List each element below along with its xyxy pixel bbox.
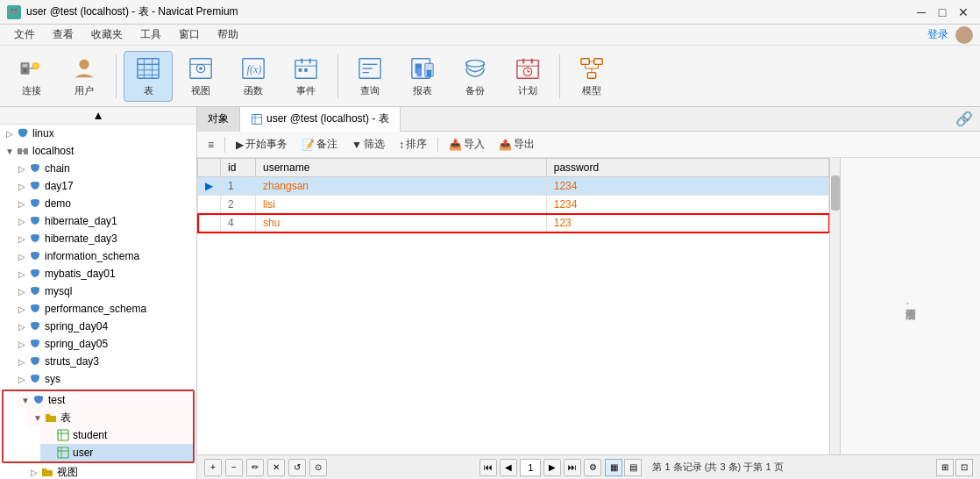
- row-marker-1: ▶: [198, 177, 221, 196]
- toolbar-connect[interactable]: ⚡ 连接: [7, 51, 56, 102]
- action-filter[interactable]: ▼ 筛选: [346, 135, 390, 154]
- svg-rect-80: [252, 114, 262, 124]
- mybatis-day01-db-icon: [28, 267, 42, 281]
- menu-favorites[interactable]: 收藏夹: [84, 25, 130, 44]
- action-comment[interactable]: 📝 备注: [296, 135, 343, 154]
- day17-db-icon: [28, 179, 42, 193]
- action-sep-2: [437, 137, 438, 153]
- user-avatar[interactable]: [955, 26, 973, 44]
- scrollbar-thumb[interactable]: [831, 175, 840, 211]
- page-number-input[interactable]: [520, 459, 541, 476]
- sidebar-item-hibernate-day1[interactable]: ▷ hibernate_day1: [12, 212, 196, 230]
- action-menu-button[interactable]: ≡: [202, 137, 219, 153]
- sidebar-item-localhost[interactable]: ▼ localhost: [0, 142, 196, 160]
- cell-username-3[interactable]: shu: [256, 214, 547, 232]
- toolbar-user[interactable]: 用户: [60, 51, 109, 102]
- col-header-password[interactable]: password: [546, 159, 828, 177]
- sidebar-item-sys[interactable]: ▷ sys: [12, 370, 196, 388]
- menu-help[interactable]: 帮助: [210, 25, 245, 44]
- cell-password-1[interactable]: 1234: [546, 177, 828, 196]
- action-import[interactable]: 📥 导入: [444, 135, 490, 154]
- minimize-button[interactable]: ─: [912, 4, 931, 20]
- delete-row-button[interactable]: −: [225, 459, 243, 476]
- refresh-button[interactable]: ↺: [288, 459, 306, 476]
- maximize-button[interactable]: □: [933, 4, 952, 20]
- sidebar-item-student[interactable]: ▷ student: [40, 426, 193, 444]
- action-sort[interactable]: ↕ 排序: [394, 135, 432, 154]
- grid-view-button[interactable]: ▦: [605, 459, 622, 476]
- menu-window[interactable]: 窗口: [172, 25, 207, 44]
- list-view-button[interactable]: ▤: [624, 459, 642, 476]
- toolbar-model[interactable]: 模型: [567, 51, 616, 102]
- table-row[interactable]: 2 lisi 1234: [198, 196, 829, 214]
- sidebar-item-struts-day3[interactable]: ▷ struts_day3: [12, 353, 196, 370]
- nav-first[interactable]: ⏮: [479, 459, 497, 476]
- add-row-button[interactable]: +: [204, 459, 222, 476]
- menu-view[interactable]: 查看: [46, 25, 81, 44]
- nav-prev[interactable]: ◀: [500, 459, 517, 476]
- cell-id-2[interactable]: 2: [221, 196, 256, 214]
- cell-username-1[interactable]: zhangsan: [256, 177, 547, 196]
- cell-password-3[interactable]: 123: [546, 214, 828, 232]
- cancel-edit-button[interactable]: ✕: [267, 459, 285, 476]
- table-row[interactable]: ▶ 1 zhangsan 1234: [198, 177, 829, 196]
- sidebar-item-linux[interactable]: ▷ linux: [0, 125, 196, 142]
- toolbar-function[interactable]: f(x) 函数: [229, 51, 278, 102]
- sidebar-item-chain[interactable]: ▷ chain: [12, 160, 196, 177]
- menu-file[interactable]: 文件: [7, 25, 42, 44]
- tab-objects[interactable]: 对象: [197, 107, 240, 132]
- cell-id-1[interactable]: 1: [221, 177, 256, 196]
- nav-settings[interactable]: ⚙: [584, 459, 601, 476]
- sidebar-item-mysql[interactable]: ▷ mysql: [12, 282, 196, 300]
- sidebar-item-mybatis-day01[interactable]: ▷ mybatis_day01: [12, 265, 196, 282]
- row-marker-3: [198, 214, 221, 232]
- sidebar-item-demo[interactable]: ▷ demo: [12, 195, 196, 212]
- svg-rect-48: [581, 59, 589, 65]
- menu-tools[interactable]: 工具: [133, 25, 168, 44]
- action-begin-transaction[interactable]: ▶ 开始事务: [231, 135, 293, 154]
- sidebar-item-information-schema[interactable]: ▷ information_schema: [12, 247, 196, 265]
- connect-icon: ⚡: [18, 54, 46, 82]
- tab-share-button[interactable]: 🔗: [952, 111, 976, 127]
- toolbar-schedule[interactable]: 计划: [503, 51, 552, 102]
- cell-username-2[interactable]: lisi: [256, 196, 547, 214]
- tab-table-view[interactable]: user @test (localhost) - 表: [240, 107, 401, 132]
- hibernate-day3-label: hibernate_day3: [45, 232, 117, 245]
- col-header-id[interactable]: id: [221, 159, 256, 177]
- vertical-scrollbar[interactable]: [829, 158, 840, 454]
- sidebar-item-performance-schema[interactable]: ▷ performance_schema: [12, 300, 196, 318]
- sidebar-item-user[interactable]: ▷ user: [40, 444, 193, 461]
- sidebar-item-hibernate-day3[interactable]: ▷ hibernate_day3: [12, 230, 196, 247]
- toolbar-query-label: 查询: [360, 84, 380, 97]
- sidebar-item-spring-day05[interactable]: ▷ spring_day05: [12, 335, 196, 353]
- edit-row-button[interactable]: ✏: [246, 459, 264, 476]
- sidebar-item-test[interactable]: ▼ test: [16, 391, 193, 409]
- table-row[interactable]: 4 shu 123: [198, 214, 829, 232]
- sidebar-item-spring-day04[interactable]: ▷ spring_day04: [12, 318, 196, 335]
- toolbar-view[interactable]: 视图: [176, 51, 225, 102]
- sidebar-item-views-folder[interactable]: ▷ 视图: [25, 463, 196, 479]
- login-button[interactable]: 登录: [927, 27, 948, 42]
- query-icon: [356, 54, 384, 82]
- cell-id-3[interactable]: 4: [221, 214, 256, 232]
- toolbar-backup[interactable]: 备份: [451, 51, 500, 102]
- cell-password-2[interactable]: 1234: [546, 196, 828, 214]
- col-header-username[interactable]: username: [256, 159, 547, 177]
- toolbar-event[interactable]: 事件: [281, 51, 330, 102]
- sidebar-scroll-up[interactable]: ▲: [0, 107, 196, 125]
- close-button[interactable]: ✕: [954, 4, 973, 20]
- sidebar-item-tables-folder[interactable]: ▼ 表: [28, 409, 193, 426]
- resize-button-1[interactable]: ⊞: [936, 459, 954, 476]
- settings-button[interactable]: ⊙: [309, 459, 327, 476]
- action-export[interactable]: 📤 导出: [494, 135, 540, 154]
- mysql-label: mysql: [45, 285, 72, 297]
- nav-next[interactable]: ▶: [543, 459, 561, 476]
- sys-db-icon: [28, 372, 42, 386]
- toolbar-query[interactable]: 查询: [345, 51, 394, 102]
- nav-last[interactable]: ⏭: [564, 459, 581, 476]
- resize-button-2[interactable]: ⊡: [955, 459, 973, 476]
- toolbar-table[interactable]: 表: [124, 51, 173, 102]
- toolbar-report[interactable]: 报表: [398, 51, 447, 102]
- sidebar-item-day17[interactable]: ▷ day17: [12, 177, 196, 195]
- tabs-bar: 对象 user @test (localhost) - 表 🔗: [197, 107, 980, 132]
